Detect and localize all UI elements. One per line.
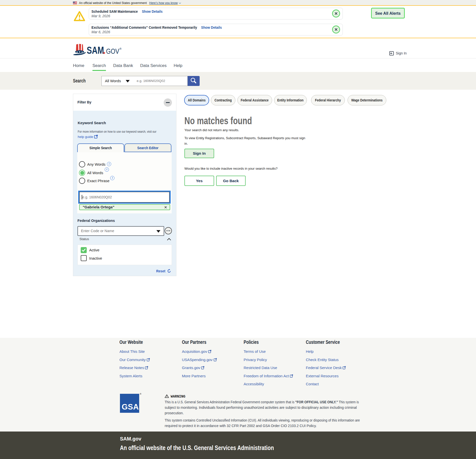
svg-text:®: ® — [120, 47, 122, 50]
svg-text:GOV: GOV — [106, 47, 120, 55]
svg-text:SAM: SAM — [87, 45, 104, 55]
